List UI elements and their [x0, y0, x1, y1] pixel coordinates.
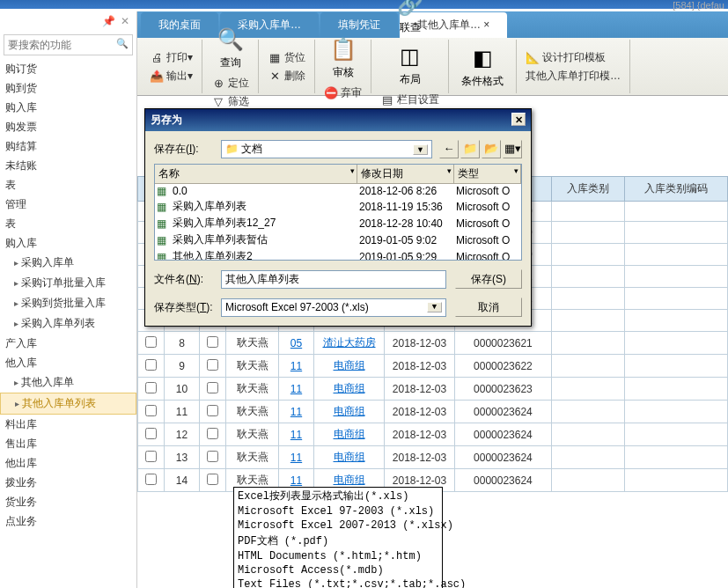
- search-box[interactable]: [4, 34, 133, 55]
- dropdown-item[interactable]: Microsoft Excel 97-2003 (*.xls): [234, 504, 442, 518]
- dropdown-item[interactable]: PDF文档 (*.pdf): [234, 533, 442, 549]
- dropdown-item[interactable]: Excel按列表显示格式输出(*.xls): [234, 488, 442, 504]
- nav-item[interactable]: 购发票: [0, 117, 136, 136]
- col-type[interactable]: 类型: [454, 165, 521, 183]
- nav-item[interactable]: 表: [0, 214, 136, 233]
- table-row[interactable]: 12耿天燕11电商组2018-12-030000023624: [138, 423, 728, 446]
- nav-item[interactable]: 采购到货批量入库: [0, 293, 136, 313]
- stock-button[interactable]: ▦货位: [264, 48, 309, 67]
- group-link[interactable]: 电商组: [334, 428, 365, 440]
- row-checkbox2[interactable]: [207, 451, 218, 462]
- dialog-close-button[interactable]: ✕: [511, 113, 526, 126]
- relate-button[interactable]: 🔗联查: [377, 0, 443, 39]
- file-row[interactable]: ▦0.02018-12-06 8:26Microsoft O: [155, 184, 521, 198]
- row-checkbox[interactable]: [145, 451, 157, 462]
- col-date[interactable]: 修改日期: [357, 165, 454, 183]
- nav-item[interactable]: 购入库: [0, 98, 136, 117]
- nav-item[interactable]: 购到货: [0, 78, 136, 98]
- dialog-title-bar[interactable]: 另存为 ✕: [145, 109, 531, 131]
- group-link[interactable]: 电商组: [334, 405, 365, 417]
- table-row[interactable]: 8耿天燕05渣沚大药房2018-12-030000023621: [138, 332, 728, 355]
- group-link[interactable]: 电商组: [334, 474, 365, 486]
- group-link[interactable]: 电商组: [334, 451, 365, 463]
- file-row[interactable]: ▦采购入库单列表暂估2019-01-05 9:02Microsoft O: [155, 232, 521, 248]
- close-sidebar-icon[interactable]: ✕: [121, 15, 129, 27]
- abandon-button[interactable]: ⛔弃审: [320, 84, 365, 102]
- locate-button[interactable]: ⊕定位: [208, 74, 253, 92]
- layout-button[interactable]: ◫布局: [377, 39, 443, 91]
- cancel-button[interactable]: 取消: [455, 298, 522, 317]
- new-folder-button[interactable]: 📂: [482, 140, 501, 158]
- design-template-button[interactable]: 📐设计打印模板: [522, 48, 624, 67]
- nav-item[interactable]: 购入库: [0, 233, 136, 253]
- pin-icon[interactable]: 📌: [102, 15, 115, 27]
- nav-item[interactable]: 购订货: [0, 59, 136, 78]
- filename-input[interactable]: 其他入库单列表: [221, 270, 446, 289]
- dropdown-item[interactable]: HTML Documents (*.html;*.htm): [234, 549, 442, 563]
- nav-item[interactable]: 采购入库单列表: [0, 313, 136, 334]
- dropdown-item[interactable]: Text Files (*.txt;*.csv;*.tab;*.asc): [234, 577, 442, 588]
- row-checkbox2[interactable]: [207, 336, 218, 348]
- group-link[interactable]: 渣沚大药房: [323, 336, 376, 349]
- audit-button[interactable]: 📋审核: [320, 32, 365, 84]
- print-button[interactable]: 🖨打印 ▾: [146, 48, 196, 67]
- col-name[interactable]: 名称: [155, 165, 357, 183]
- nav-item[interactable]: 料出库: [0, 415, 136, 434]
- dropdown-item[interactable]: Microsoft Access(*.mdb): [234, 563, 442, 577]
- row-checkbox[interactable]: [145, 428, 157, 439]
- table-header[interactable]: 入库类别编码: [624, 177, 727, 202]
- file-list[interactable]: 名称 修改日期 类型 ▦0.02018-12-06 8:26Microsoft …: [154, 164, 522, 261]
- row-checkbox2[interactable]: [207, 382, 218, 393]
- save-button[interactable]: 保存(S): [455, 269, 522, 289]
- nav-item[interactable]: 点业务: [0, 511, 136, 531]
- code-link[interactable]: 11: [290, 429, 302, 441]
- file-row[interactable]: ▦采购入库单列表2018-11-19 15:36Microsoft O: [155, 198, 521, 215]
- dropdown-item[interactable]: Microsoft Excel 2007-2013 (*.xlsx): [234, 518, 442, 533]
- table-row[interactable]: 9耿天燕11电商组2018-12-030000023622: [138, 355, 728, 378]
- row-checkbox[interactable]: [145, 474, 157, 485]
- code-link[interactable]: 05: [290, 337, 302, 349]
- query-button[interactable]: 🔍查询: [208, 22, 253, 74]
- nav-item[interactable]: 未结账: [0, 156, 136, 175]
- column-settings-button[interactable]: ▤栏目设置: [377, 91, 443, 109]
- nav-item[interactable]: 其他入库单列表: [0, 393, 136, 415]
- search-input[interactable]: [8, 37, 114, 53]
- view-button[interactable]: ▦▾: [503, 140, 522, 158]
- code-link[interactable]: 11: [290, 474, 302, 487]
- code-link[interactable]: 11: [290, 406, 302, 418]
- nav-item[interactable]: 购结算: [0, 136, 136, 156]
- nav-item[interactable]: 货业务: [0, 492, 136, 511]
- cond-format-button[interactable]: ◧条件格式: [454, 40, 511, 92]
- nav-item[interactable]: 采购订单批量入库: [0, 273, 136, 293]
- table-header[interactable]: 入库类别: [551, 177, 624, 202]
- delete-button[interactable]: ✕删除: [264, 67, 309, 85]
- nav-item[interactable]: 产入库: [0, 334, 136, 353]
- tab[interactable]: 我的桌面: [141, 12, 218, 38]
- table-row[interactable]: 10耿天燕11电商组2018-12-030000023623: [138, 378, 728, 401]
- group-link[interactable]: 电商组: [334, 359, 365, 371]
- row-checkbox2[interactable]: [207, 405, 218, 416]
- row-checkbox2[interactable]: [207, 474, 218, 485]
- nav-item[interactable]: 他出库: [0, 453, 136, 473]
- row-checkbox[interactable]: [145, 336, 157, 348]
- other-template-button[interactable]: 其他入库单打印模…: [522, 67, 624, 85]
- row-checkbox[interactable]: [145, 382, 157, 393]
- row-checkbox[interactable]: [145, 405, 157, 416]
- nav-item[interactable]: 他入库: [0, 353, 136, 372]
- group-link[interactable]: 电商组: [334, 382, 365, 394]
- up-button[interactable]: 📁: [460, 140, 480, 158]
- nav-item[interactable]: 拨业务: [0, 473, 136, 492]
- file-row[interactable]: ▦采购入库单列表12_272018-12-28 10:40Microsoft O: [155, 215, 521, 232]
- nav-item[interactable]: 售出库: [0, 434, 136, 453]
- file-row[interactable]: ▦其他入库单列表22019-01-05 9:29Microsoft O: [155, 248, 521, 261]
- code-link[interactable]: 11: [290, 383, 302, 395]
- table-row[interactable]: 11耿天燕11电商组2018-12-030000023624: [138, 401, 728, 423]
- nav-item[interactable]: 采购入库单: [0, 253, 136, 273]
- back-button[interactable]: ←: [439, 140, 459, 158]
- code-link[interactable]: 11: [290, 452, 302, 464]
- table-row[interactable]: 13耿天燕11电商组2018-12-030000023624: [138, 446, 728, 469]
- save-in-select[interactable]: 📁 文档: [221, 140, 432, 158]
- row-checkbox2[interactable]: [207, 359, 218, 371]
- nav-item[interactable]: 管理: [0, 195, 136, 214]
- output-button[interactable]: 📤输出 ▾: [146, 67, 196, 85]
